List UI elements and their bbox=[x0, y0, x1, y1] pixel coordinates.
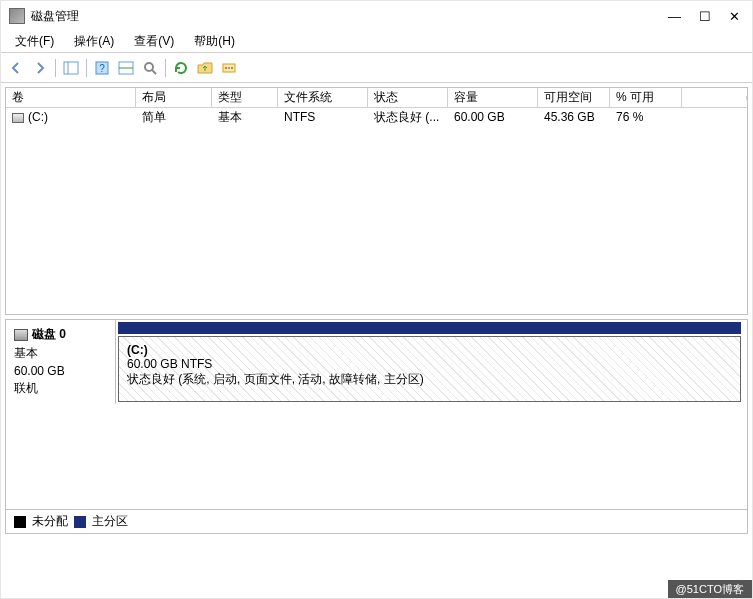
disk-graphic-area: (C:) 60.00 GB NTFS 状态良好 (系统, 启动, 页面文件, 活… bbox=[116, 320, 747, 404]
disk-name: 磁盘 0 bbox=[32, 327, 66, 341]
menu-bar: 文件(F) 操作(A) 查看(V) 帮助(H) bbox=[1, 31, 752, 53]
settings-button[interactable] bbox=[218, 57, 240, 79]
volume-free: 45.36 GB bbox=[538, 109, 610, 125]
properties-icon bbox=[142, 60, 158, 76]
volume-list[interactable]: 卷 布局 类型 文件系统 状态 容量 可用空间 % 可用 (C:) 简单 基本 … bbox=[5, 87, 748, 315]
disk-info-panel[interactable]: 磁盘 0 基本 60.00 GB 联机 bbox=[6, 320, 116, 404]
refresh-icon bbox=[173, 60, 189, 76]
volume-filesystem: NTFS bbox=[278, 109, 368, 125]
menu-view[interactable]: 查看(V) bbox=[124, 31, 184, 52]
watermark: @51CTO博客 bbox=[668, 580, 752, 598]
svg-point-6 bbox=[145, 63, 153, 71]
toolbar-separator bbox=[55, 59, 56, 77]
col-header-type[interactable]: 类型 bbox=[212, 87, 278, 108]
disk-capacity: 60.00 GB bbox=[14, 364, 107, 378]
volume-status: 状态良好 (... bbox=[368, 108, 448, 127]
back-button[interactable] bbox=[5, 57, 27, 79]
toolbar-separator bbox=[165, 59, 166, 77]
col-header-status[interactable]: 状态 bbox=[368, 87, 448, 108]
legend: 未分配 主分区 bbox=[6, 509, 747, 533]
svg-point-11 bbox=[231, 67, 233, 69]
settings-icon bbox=[221, 60, 237, 76]
col-header-free[interactable]: 可用空间 bbox=[538, 87, 610, 108]
partition-info-2: 状态良好 (系统, 启动, 页面文件, 活动, 故障转储, 主分区) bbox=[127, 371, 732, 388]
menu-action[interactable]: 操作(A) bbox=[64, 31, 124, 52]
toolbar-separator bbox=[86, 59, 87, 77]
minimize-button[interactable]: — bbox=[668, 9, 681, 24]
tree-panel-button[interactable] bbox=[60, 57, 82, 79]
partition-title: (C:) bbox=[127, 343, 732, 357]
col-header-pct[interactable]: % 可用 bbox=[610, 87, 682, 108]
partition-info-1: 60.00 GB NTFS bbox=[127, 357, 732, 371]
tree-panel-icon bbox=[63, 60, 79, 76]
partition-box[interactable]: (C:) 60.00 GB NTFS 状态良好 (系统, 启动, 页面文件, 活… bbox=[118, 336, 741, 402]
title-bar: 磁盘管理 — ☐ ✕ bbox=[1, 1, 752, 31]
volume-name: (C:) bbox=[28, 110, 48, 124]
disk-row: 磁盘 0 基本 60.00 GB 联机 (C:) 60.00 GB NTFS 状… bbox=[6, 320, 747, 404]
toolbar: ? bbox=[1, 53, 752, 83]
forward-arrow-icon bbox=[32, 60, 48, 76]
svg-point-9 bbox=[225, 67, 227, 69]
refresh-button[interactable] bbox=[170, 57, 192, 79]
forward-button[interactable] bbox=[29, 57, 51, 79]
menu-file[interactable]: 文件(F) bbox=[5, 31, 64, 52]
help-icon: ? bbox=[94, 60, 110, 76]
col-header-layout[interactable]: 布局 bbox=[136, 87, 212, 108]
svg-rect-0 bbox=[64, 62, 78, 74]
properties-button[interactable] bbox=[139, 57, 161, 79]
volume-capacity: 60.00 GB bbox=[448, 109, 538, 125]
volume-layout: 简单 bbox=[136, 108, 212, 127]
col-header-filesystem[interactable]: 文件系统 bbox=[278, 87, 368, 108]
window-title: 磁盘管理 bbox=[31, 8, 79, 25]
back-arrow-icon bbox=[8, 60, 24, 76]
watermark-text: @51CTO博客 bbox=[676, 582, 744, 597]
disk-icon bbox=[14, 329, 28, 341]
svg-point-10 bbox=[228, 67, 230, 69]
disk-state: 联机 bbox=[14, 380, 107, 397]
folder-up-button[interactable] bbox=[194, 57, 216, 79]
folder-up-icon bbox=[197, 60, 213, 76]
app-icon bbox=[9, 8, 25, 24]
col-header-blank bbox=[682, 96, 747, 100]
list-panel-icon bbox=[118, 60, 134, 76]
maximize-button[interactable]: ☐ bbox=[699, 9, 711, 24]
drive-icon bbox=[12, 113, 24, 123]
disk-color-bar bbox=[118, 322, 741, 334]
legend-unallocated-label: 未分配 bbox=[32, 513, 68, 530]
window-controls: — ☐ ✕ bbox=[668, 9, 744, 24]
col-header-volume[interactable]: 卷 bbox=[6, 87, 136, 108]
legend-primary-label: 主分区 bbox=[92, 513, 128, 530]
disk-type: 基本 bbox=[14, 345, 107, 362]
volume-list-header: 卷 布局 类型 文件系统 状态 容量 可用空间 % 可用 bbox=[6, 88, 747, 108]
help-button[interactable]: ? bbox=[91, 57, 113, 79]
col-header-capacity[interactable]: 容量 bbox=[448, 87, 538, 108]
svg-text:?: ? bbox=[99, 63, 105, 74]
legend-primary-swatch bbox=[74, 516, 86, 528]
volume-type: 基本 bbox=[212, 108, 278, 127]
svg-line-7 bbox=[152, 70, 156, 74]
disk-graphical-view: 磁盘 0 基本 60.00 GB 联机 (C:) 60.00 GB NTFS 状… bbox=[5, 319, 748, 534]
list-panel-button[interactable] bbox=[115, 57, 137, 79]
menu-help[interactable]: 帮助(H) bbox=[184, 31, 245, 52]
legend-unallocated-swatch bbox=[14, 516, 26, 528]
close-button[interactable]: ✕ bbox=[729, 9, 740, 24]
volume-row[interactable]: (C:) 简单 基本 NTFS 状态良好 (... 60.00 GB 45.36… bbox=[6, 108, 747, 126]
volume-pct: 76 % bbox=[610, 109, 682, 125]
